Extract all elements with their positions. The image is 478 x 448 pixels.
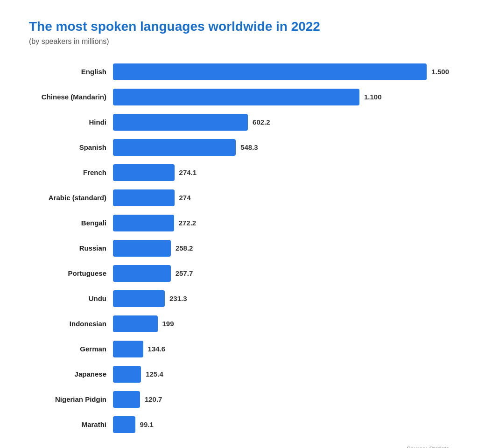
bar-value: 231.3 xyxy=(169,294,187,302)
bar-label: Japanese xyxy=(29,370,113,378)
chart-subtitle: (by speakers in millions) xyxy=(29,37,449,46)
bar-value: 99.1 xyxy=(140,420,154,428)
bar-value: 125.4 xyxy=(146,370,163,378)
bar-value: 274 xyxy=(179,194,191,202)
bar-value: 199 xyxy=(162,320,174,328)
bar-value: 120.7 xyxy=(145,395,162,403)
bar-label: French xyxy=(29,168,113,176)
bar-fill xyxy=(113,215,174,231)
bar-fill xyxy=(113,391,140,408)
bar-row: English1.500 xyxy=(29,60,449,84)
bar-track: 274 xyxy=(113,189,449,206)
bar-label: Marathi xyxy=(29,420,113,428)
bar-track: 272.2 xyxy=(113,215,449,231)
bar-row: Spanish548.3 xyxy=(29,135,449,160)
bar-track: 602.2 xyxy=(113,114,449,131)
bar-value: 257.7 xyxy=(176,269,193,277)
bar-label: Chinese (Mandarin) xyxy=(29,93,113,101)
bars-area: English1.500Chinese (Mandarin)1.100Hindi… xyxy=(29,60,449,438)
bar-row: Russian258.2 xyxy=(29,236,449,260)
bar-value: 548.3 xyxy=(240,143,258,151)
bar-track: 274.1 xyxy=(113,164,449,181)
bar-row: Japanese125.4 xyxy=(29,362,449,386)
bar-row: Marathi99.1 xyxy=(29,413,449,437)
bar-value: 258.2 xyxy=(176,244,193,252)
bar-fill xyxy=(113,416,135,433)
bar-track: 1.100 xyxy=(113,89,449,105)
bar-fill xyxy=(113,114,248,131)
bar-fill xyxy=(113,164,175,181)
bar-value: 272.2 xyxy=(179,219,197,227)
bar-row: Hindi602.2 xyxy=(29,110,449,134)
bar-track: 257.7 xyxy=(113,265,449,282)
bar-value: 1.100 xyxy=(364,93,382,101)
source-text: Source: Statista xyxy=(29,445,449,448)
bar-value: 134.6 xyxy=(148,345,166,353)
bar-row: Bengali272.2 xyxy=(29,211,449,235)
bar-fill xyxy=(113,139,236,156)
bar-track: 199 xyxy=(113,315,449,332)
bar-label: Indonesian xyxy=(29,320,113,328)
bar-row: Chinese (Mandarin)1.100 xyxy=(29,85,449,109)
bar-track: 134.6 xyxy=(113,341,449,357)
bar-fill xyxy=(113,290,165,307)
bar-row: Arabic (standard)274 xyxy=(29,186,449,210)
bar-label: English xyxy=(29,68,113,76)
chart-title: The most spoken languages worldwide in 2… xyxy=(29,19,449,35)
chart-container: The most spoken languages worldwide in 2… xyxy=(29,19,449,448)
bar-fill xyxy=(113,341,143,357)
bar-row: Indonesian199 xyxy=(29,312,449,336)
bar-track: 99.1 xyxy=(113,416,449,433)
bar-label: German xyxy=(29,345,113,353)
bar-track: 1.500 xyxy=(113,63,449,80)
bar-label: Portuguese xyxy=(29,269,113,277)
bar-fill xyxy=(113,89,359,105)
bar-fill xyxy=(113,265,171,282)
bar-value: 1.500 xyxy=(431,68,449,76)
bar-value: 602.2 xyxy=(253,118,270,126)
bar-fill xyxy=(113,366,141,383)
bar-label: Undu xyxy=(29,294,113,302)
bar-label: Spanish xyxy=(29,143,113,151)
bar-track: 548.3 xyxy=(113,139,449,156)
bar-track: 258.2 xyxy=(113,240,449,257)
bar-track: 231.3 xyxy=(113,290,449,307)
bar-label: Bengali xyxy=(29,219,113,227)
bar-row: Portuguese257.7 xyxy=(29,261,449,286)
bar-value: 274.1 xyxy=(179,168,197,176)
bar-label: Russian xyxy=(29,244,113,252)
bar-fill xyxy=(113,240,171,257)
bar-label: Hindi xyxy=(29,118,113,126)
bar-track: 125.4 xyxy=(113,366,449,383)
bar-row: French274.1 xyxy=(29,161,449,185)
bar-fill xyxy=(113,189,175,206)
bar-track: 120.7 xyxy=(113,391,449,408)
bar-fill xyxy=(113,315,158,332)
bar-row: Nigerian Pidgin120.7 xyxy=(29,387,449,412)
bar-label: Nigerian Pidgin xyxy=(29,395,113,403)
bar-label: Arabic (standard) xyxy=(29,194,113,202)
bar-row: Undu231.3 xyxy=(29,287,449,311)
bar-row: German134.6 xyxy=(29,337,449,361)
bar-fill xyxy=(113,63,427,80)
